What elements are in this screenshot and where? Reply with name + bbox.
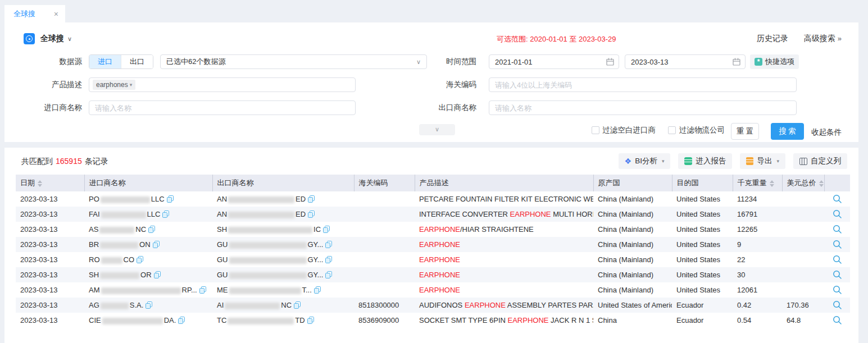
- date-from-input[interactable]: 2021-01-01: [489, 54, 619, 69]
- usd-value-cell: [782, 252, 824, 267]
- date-cell: 2023-03-13: [16, 207, 84, 222]
- magnifier-icon[interactable]: [833, 225, 842, 234]
- column-header-7[interactable]: 千克重量: [733, 175, 782, 191]
- exporter-name-redacted: [228, 196, 294, 203]
- asterisk-icon: *: [755, 58, 762, 66]
- destination-country-cell: United States: [672, 282, 733, 298]
- copy-icon[interactable]: [148, 226, 155, 233]
- top-links: 历史记录 高级搜索»: [757, 34, 842, 44]
- copy-icon[interactable]: [154, 271, 161, 278]
- sort-icon[interactable]: [38, 180, 42, 187]
- weight-kg-cell: 16791: [733, 207, 782, 222]
- magnifier-icon[interactable]: [833, 240, 842, 249]
- filter-blank-importer-checkbox[interactable]: [592, 126, 599, 134]
- hscode-cell: [354, 282, 415, 298]
- column-header-0[interactable]: 日期: [16, 175, 84, 191]
- copy-icon[interactable]: [307, 317, 314, 324]
- import-toggle[interactable]: 进口: [89, 55, 121, 68]
- report-icon: [684, 157, 692, 165]
- hscode-input[interactable]: [489, 77, 797, 92]
- date-to-value: 2023-03-13: [631, 58, 669, 66]
- date-cell: 2023-03-13: [16, 282, 84, 298]
- importer-cell: BRON: [84, 237, 212, 252]
- magnifier-icon[interactable]: [833, 255, 842, 264]
- sort-icon[interactable]: [770, 180, 774, 187]
- column-header-8[interactable]: 美元总价: [782, 175, 824, 191]
- exporter-name-suffix: GY...: [308, 255, 324, 264]
- magnifier-icon[interactable]: [833, 270, 842, 280]
- app-title-chevron-down-icon[interactable]: ∨: [67, 35, 72, 43]
- detail-action-cell: [824, 282, 850, 298]
- description-cell: PETCARE FOUNTAIN FILTER KIT ELECTRONIC W…: [415, 191, 593, 207]
- copy-icon[interactable]: [323, 226, 330, 233]
- export-button[interactable]: 导出 ▾: [740, 153, 785, 169]
- copy-icon[interactable]: [178, 317, 185, 324]
- results-table-body: 2023-03-13POLLCANEDPETCARE FOUNTAIN FILT…: [16, 191, 850, 328]
- detail-action-cell: [824, 298, 850, 313]
- importer-name-input[interactable]: [89, 100, 356, 115]
- copy-icon[interactable]: [308, 195, 315, 203]
- magnifier-icon[interactable]: [833, 300, 842, 310]
- magnifier-icon[interactable]: [833, 194, 842, 204]
- copy-icon[interactable]: [314, 286, 321, 294]
- tab-close-icon[interactable]: ×: [54, 10, 58, 19]
- copy-icon[interactable]: [137, 256, 143, 263]
- advanced-search-link[interactable]: 高级搜索»: [804, 34, 842, 43]
- date-to-input[interactable]: 2023-03-13: [625, 54, 746, 69]
- importer-name-redacted: [101, 287, 181, 294]
- copy-icon[interactable]: [146, 301, 152, 309]
- copy-icon[interactable]: [325, 271, 332, 278]
- reset-button[interactable]: 重置: [731, 123, 759, 140]
- exporter-name-input[interactable]: [489, 100, 797, 115]
- date-cell: 2023-03-13: [16, 237, 84, 252]
- column-header-1: 进口商名称: [84, 175, 212, 191]
- copy-icon[interactable]: [162, 211, 169, 218]
- detail-action-cell: [824, 222, 850, 237]
- copy-icon[interactable]: [325, 256, 332, 263]
- customize-columns-button[interactable]: 自定义列: [793, 153, 847, 169]
- enter-report-button[interactable]: 进入报告: [678, 153, 732, 169]
- keyword-highlight: EARPHONE: [419, 225, 460, 234]
- hscode-label: 海关编码: [438, 80, 483, 90]
- bi-analysis-button[interactable]: ❖ BI分析 ▾: [619, 153, 671, 169]
- search-button[interactable]: 搜索: [771, 123, 804, 140]
- exporter-name-redacted: [229, 257, 307, 264]
- filter-logistics-checkbox[interactable]: [668, 126, 676, 134]
- sort-icon[interactable]: [819, 180, 824, 187]
- copy-icon[interactable]: [325, 241, 332, 248]
- importer-cell: AGS.A.: [84, 298, 212, 313]
- form-row-names: 进口商名称 出口商名称: [4, 100, 858, 115]
- export-file-icon: [746, 157, 753, 165]
- copy-icon[interactable]: [153, 241, 160, 248]
- magnifier-icon[interactable]: [833, 209, 842, 219]
- magnifier-icon[interactable]: [833, 315, 842, 325]
- origin-country-cell: China (Mainland): [593, 252, 672, 267]
- datasource-select[interactable]: 已选中62个数据源 ∨: [160, 54, 427, 69]
- global-search-app-icon: [24, 33, 35, 44]
- magnifier-icon[interactable]: [833, 285, 842, 295]
- tab-global-search[interactable]: 全球搜 ×: [4, 5, 65, 22]
- copy-icon[interactable]: [294, 301, 301, 309]
- product-description-input[interactable]: earphones ▾: [89, 77, 356, 92]
- quick-options-button[interactable]: * 快捷选项: [750, 54, 799, 69]
- destination-country-cell: Ecuador: [672, 313, 733, 328]
- product-keyword-tag[interactable]: earphones ▾: [93, 80, 135, 90]
- usd-value-cell: [782, 237, 824, 252]
- importer-name-prefix: CIE: [89, 316, 101, 324]
- copy-icon[interactable]: [167, 195, 174, 203]
- import-export-toggle: 进口 出口: [89, 54, 153, 69]
- history-link[interactable]: 历史记录: [757, 34, 788, 43]
- keyword-highlight: EARPHONE: [419, 286, 460, 294]
- export-toggle[interactable]: 出口: [121, 55, 153, 68]
- date-cell: 2023-03-13: [16, 298, 84, 313]
- copy-icon[interactable]: [199, 286, 206, 294]
- exporter-name-suffix: T...: [302, 286, 312, 294]
- copy-icon[interactable]: [308, 211, 315, 218]
- importer-name-suffix: RP...: [182, 286, 197, 294]
- exporter-name-prefix: AN: [217, 195, 227, 203]
- panel-divider: [4, 142, 858, 148]
- expand-more-conditions-button[interactable]: ∨: [419, 124, 455, 135]
- description-text: PETCARE FOUNTAIN FILTER KIT ELECTRONIC W…: [419, 195, 593, 203]
- results-summary-row: 共匹配到165915条记录 ❖ BI分析 ▾ 进入报告 导出: [4, 153, 858, 170]
- collapse-conditions-link[interactable]: 收起条件: [811, 127, 842, 138]
